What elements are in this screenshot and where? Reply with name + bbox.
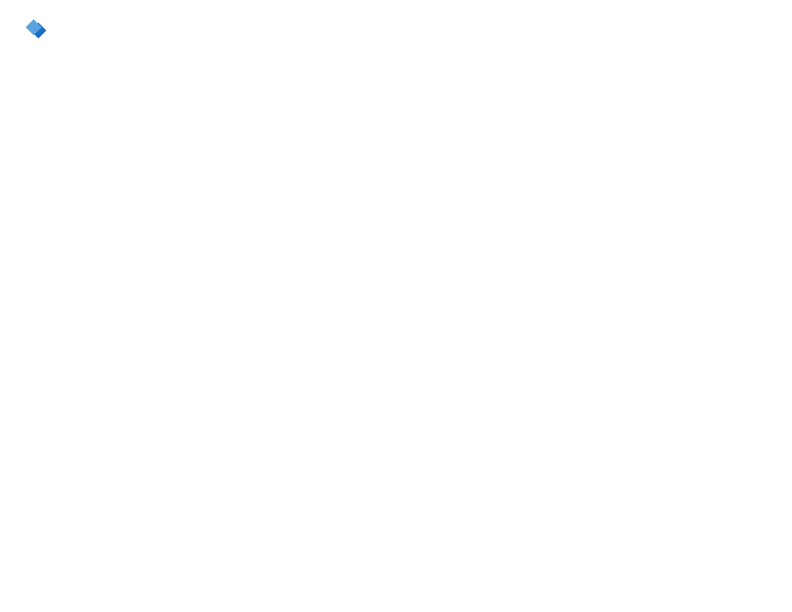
header xyxy=(16,16,776,48)
logo xyxy=(16,16,52,48)
logo-icon xyxy=(16,16,48,48)
